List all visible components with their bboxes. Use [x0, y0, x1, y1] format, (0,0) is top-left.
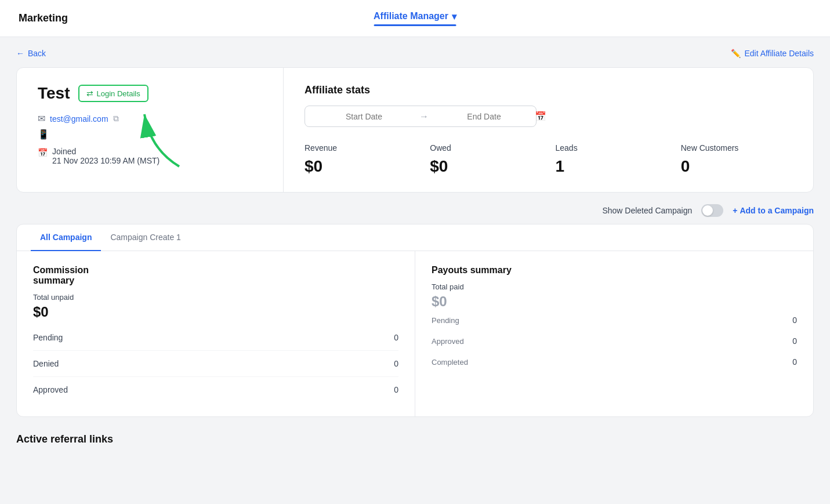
- tabs-row: All Campaign Campaign Create 1: [17, 224, 813, 251]
- add-campaign-label: Add to a Campaign: [740, 206, 814, 215]
- app-title: Marketing: [19, 12, 68, 24]
- affiliate-manager-label: Affiliate Manager: [374, 11, 448, 21]
- payout-completed-value: 0: [792, 357, 797, 367]
- total-paid-value: $0: [432, 293, 797, 310]
- joined-label: Joined: [52, 147, 160, 156]
- payouts-title: Payouts summary: [432, 265, 797, 275]
- calendar-icon: 📅: [38, 148, 48, 157]
- stat-owed: Owed $0: [430, 143, 541, 176]
- add-to-campaign-button[interactable]: + Add to a Campaign: [733, 206, 814, 215]
- payout-approved-value: 0: [792, 336, 797, 346]
- stat-leads-value: 1: [556, 157, 667, 176]
- stats-grid: Revenue $0 Owed $0 Leads 1 New Customers…: [305, 143, 792, 176]
- total-unpaid-value: $0: [33, 304, 398, 320]
- approved-label: Approved: [33, 385, 68, 394]
- payout-pending-label: Pending: [432, 316, 459, 325]
- affiliate-left-panel: Test ⇄ Login Details ✉: [17, 68, 284, 192]
- nav-underline: [374, 24, 456, 26]
- email-row: ✉ test@gmail.com ⧉: [38, 113, 262, 124]
- commission-item-approved: Approved 0: [33, 377, 398, 403]
- commission-section: Commissionsummary Total unpaid $0 Pendin…: [17, 251, 415, 416]
- denied-value: 0: [394, 359, 398, 368]
- payout-item-completed: Completed 0: [432, 351, 797, 372]
- referral-title: Active referral links: [16, 433, 814, 445]
- page-wrapper: ← Back ✏️ Edit Affiliate Details Test ⇄ …: [0, 37, 830, 504]
- denied-label: Denied: [33, 359, 59, 368]
- payout-items: Pending 0 Approved 0 Completed 0: [432, 310, 797, 372]
- stat-new-customers-label: New Customers: [681, 143, 792, 153]
- affiliate-card: Test ⇄ Login Details ✉: [16, 67, 814, 193]
- joined-date: 21 Nov 2023 10:59 AM (MST): [52, 156, 160, 165]
- campaign-card: All Campaign Campaign Create 1 Commissio…: [16, 224, 814, 417]
- email-icon: ✉: [38, 113, 45, 124]
- affiliate-name: Test: [38, 84, 70, 103]
- stat-new-customers: New Customers 0: [681, 143, 792, 176]
- payout-pending-value: 0: [792, 316, 797, 325]
- tab-campaign-create-1[interactable]: Campaign Create 1: [101, 224, 190, 251]
- top-nav: Marketing Affiliate Manager ▾: [0, 0, 830, 37]
- show-deleted-label: Show Deleted Campaign: [602, 206, 692, 215]
- edit-label: Edit Affiliate Details: [744, 49, 814, 58]
- payout-item-pending: Pending 0: [432, 310, 797, 331]
- referral-section: Active referral links: [16, 429, 814, 450]
- copy-icon[interactable]: ⧉: [113, 114, 119, 124]
- tab-all-campaign-label: All Campaign: [40, 233, 92, 242]
- joined-row: 📅 Joined 21 Nov 2023 10:59 AM (MST): [38, 147, 262, 165]
- login-details-label: Login Details: [97, 89, 140, 98]
- stat-owed-label: Owed: [430, 143, 541, 153]
- total-paid-label: Total paid: [432, 282, 797, 291]
- arrow-icon: →: [419, 111, 429, 122]
- end-date-input[interactable]: [433, 112, 535, 121]
- commission-item-pending: Pending 0: [33, 325, 398, 351]
- chevron-down-icon: ▾: [452, 11, 456, 22]
- commission-item-denied: Denied 0: [33, 351, 398, 377]
- pending-label: Pending: [33, 333, 63, 342]
- date-range-row: → 📅: [305, 106, 537, 127]
- stat-leads: Leads 1: [556, 143, 667, 176]
- stat-revenue-value: $0: [305, 157, 416, 176]
- people-icon: ⇄: [86, 89, 93, 98]
- affiliate-name-row: Test ⇄ Login Details: [38, 84, 262, 103]
- start-date-input[interactable]: [313, 112, 415, 121]
- back-label: Back: [28, 49, 46, 58]
- edit-affiliate-button[interactable]: ✏️ Edit Affiliate Details: [731, 49, 814, 58]
- phone-icon: 📱: [38, 129, 49, 140]
- show-deleted-toggle[interactable]: [701, 204, 723, 217]
- back-arrow-icon: ←: [16, 49, 24, 58]
- tab-campaign-create-1-label: Campaign Create 1: [110, 233, 180, 242]
- stat-leads-label: Leads: [556, 143, 667, 153]
- stat-revenue-label: Revenue: [305, 143, 416, 153]
- calendar-picker-icon[interactable]: 📅: [535, 111, 546, 122]
- login-details-button[interactable]: ⇄ Login Details: [78, 85, 148, 102]
- total-unpaid-label: Total unpaid: [33, 293, 398, 302]
- edit-pencil-icon: ✏️: [731, 49, 741, 58]
- payout-approved-label: Approved: [432, 337, 464, 346]
- payout-item-approved: Approved 0: [432, 331, 797, 351]
- nav-center: Affiliate Manager ▾: [374, 11, 456, 26]
- campaign-header-row: Show Deleted Campaign + Add to a Campaig…: [16, 204, 814, 217]
- commission-title: Commissionsummary: [33, 265, 398, 286]
- back-button[interactable]: ← Back: [16, 49, 46, 58]
- stats-title: Affiliate stats: [305, 84, 792, 96]
- affiliate-stats-panel: Affiliate stats → 📅 Revenue $0 Owed $0 L…: [284, 68, 813, 192]
- approved-value: 0: [394, 385, 398, 394]
- affiliate-manager-nav-link[interactable]: Affiliate Manager ▾: [374, 11, 456, 22]
- action-row: ← Back ✏️ Edit Affiliate Details: [16, 49, 814, 58]
- toggle-thumb: [702, 205, 713, 216]
- payout-completed-label: Completed: [432, 358, 468, 367]
- stat-owed-value: $0: [430, 157, 541, 176]
- stat-new-customers-value: 0: [681, 157, 792, 176]
- affiliate-email[interactable]: test@gmail.com: [50, 114, 108, 124]
- payouts-section: Payouts summary Total paid $0 Pending 0 …: [415, 251, 813, 416]
- tab-all-campaign[interactable]: All Campaign: [31, 224, 101, 251]
- stat-revenue: Revenue $0: [305, 143, 416, 176]
- campaign-content: Commissionsummary Total unpaid $0 Pendin…: [17, 251, 813, 416]
- plus-icon: +: [733, 206, 737, 215]
- phone-row: 📱: [38, 129, 262, 140]
- commission-items: Pending 0 Denied 0 Approved 0: [33, 325, 398, 403]
- pending-value: 0: [394, 333, 398, 342]
